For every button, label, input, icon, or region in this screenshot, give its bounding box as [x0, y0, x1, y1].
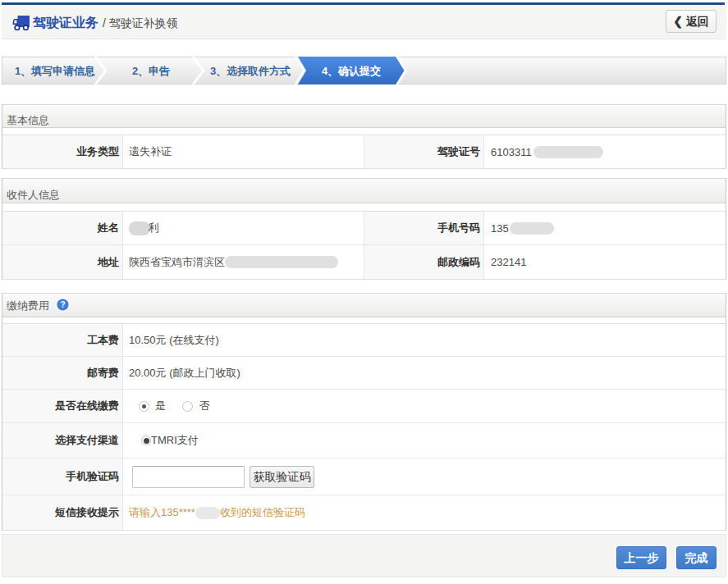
svg-text:4、确认提交: 4、确认提交 [322, 65, 381, 77]
svg-text:1、填写申请信息: 1、填写申请信息 [15, 65, 95, 77]
svg-text:2、申告: 2、申告 [132, 65, 170, 77]
svg-text:?: ? [60, 300, 65, 309]
svg-text:3、选择取件方式: 3、选择取件方式 [210, 65, 291, 77]
